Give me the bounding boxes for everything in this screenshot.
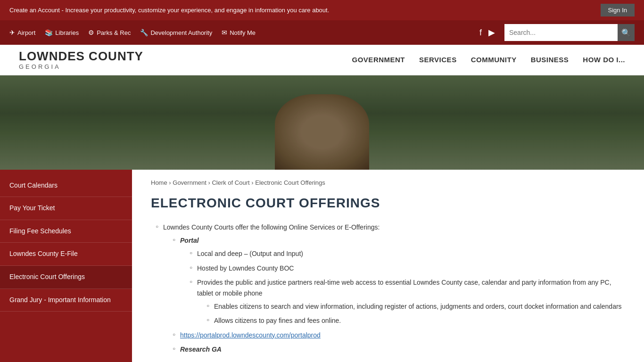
content-wrapper: Court Calendars Pay Your Ticket Filing F… bbox=[0, 170, 644, 362]
intro-text: Lowndes County Courts offer the followin… bbox=[163, 223, 380, 231]
facebook-icon[interactable]: f bbox=[479, 28, 482, 38]
top-bar-message: Create an Account - Increase your produc… bbox=[9, 7, 601, 14]
portal-link-item: https://portalprod.lowndescounty.com/por… bbox=[173, 330, 625, 340]
breadcrumb-clerk[interactable]: Clerk of Court bbox=[212, 179, 249, 186]
portal-item-2: Hosted by Lowndes County BOC bbox=[190, 263, 625, 273]
portal-label: Portal bbox=[180, 237, 199, 244]
top-bar: Create an Account - Increase your produc… bbox=[0, 0, 644, 20]
logo-title: LOWNDES COUNTY bbox=[19, 49, 143, 63]
nav-how-do-i[interactable]: HOW DO I... bbox=[583, 53, 625, 66]
breadcrumb-sep3: › bbox=[251, 179, 253, 186]
parks-link[interactable]: ⚙ Parks & Rec bbox=[88, 29, 131, 36]
notify-me-link[interactable]: ✉ Notify Me bbox=[222, 29, 256, 36]
nav-government[interactable]: GOVERNMENT bbox=[352, 53, 405, 66]
portal-item-3: Provides the public and justice partners… bbox=[190, 277, 625, 326]
dev-authority-link[interactable]: 🔧 Development Authority bbox=[140, 29, 212, 36]
search-input[interactable] bbox=[504, 29, 618, 36]
portal-subitem-1: Enables citizens to search and view info… bbox=[206, 301, 625, 312]
main-header: LOWNDES COUNTY GEORGIA GOVERNMENT SERVIC… bbox=[0, 45, 644, 75]
portal-item-1: Local and deep – (Output and Input) bbox=[190, 248, 625, 259]
portal-link[interactable]: https://portalprod.lowndescounty.com/por… bbox=[180, 331, 321, 339]
breadcrumb: Home › Government › Clerk of Court › Ele… bbox=[151, 179, 625, 186]
breadcrumb-sep1: › bbox=[169, 179, 171, 186]
airport-label: Airport bbox=[17, 29, 35, 36]
sidebar: Court Calendars Pay Your Ticket Filing F… bbox=[0, 170, 132, 362]
nav-services[interactable]: SERVICES bbox=[419, 53, 457, 66]
portal-subitem-2: Allows citizens to pay fines and fees on… bbox=[206, 315, 625, 326]
libraries-icon: 📚 bbox=[45, 29, 53, 36]
notify-me-label: Notify Me bbox=[230, 29, 256, 36]
social-icons: f ▶ bbox=[479, 27, 495, 38]
hero-image bbox=[0, 75, 644, 170]
libraries-link[interactable]: 📚 Libraries bbox=[45, 29, 79, 36]
hero-overlay bbox=[0, 75, 644, 170]
breadcrumb-home[interactable]: Home bbox=[151, 179, 167, 186]
page-title: ELECTRONIC COURT OFFERINGS bbox=[151, 196, 625, 211]
research-label: Research GA bbox=[180, 346, 222, 353]
search-button[interactable]: 🔍 bbox=[618, 24, 635, 41]
parks-label: Parks & Rec bbox=[97, 29, 131, 36]
youtube-icon[interactable]: ▶ bbox=[488, 27, 495, 38]
portal-text-3: Provides the public and justice partners… bbox=[197, 279, 611, 296]
portal-text-2: Hosted by Lowndes County BOC bbox=[197, 264, 294, 272]
sidebar-item-electronic-court[interactable]: Electronic Court Offerings bbox=[0, 266, 132, 289]
parks-icon: ⚙ bbox=[88, 29, 94, 36]
content-body: Lowndes County Courts offer the followin… bbox=[151, 222, 625, 355]
sidebar-item-court-calendars[interactable]: Court Calendars bbox=[0, 174, 132, 197]
dev-authority-label: Development Authority bbox=[150, 29, 212, 36]
logo-subtitle: GEORGIA bbox=[19, 63, 143, 70]
breadcrumb-current: Electronic Court Offerings bbox=[255, 179, 325, 186]
main-nav: GOVERNMENT SERVICES COMMUNITY BUSINESS H… bbox=[352, 53, 625, 66]
nav-community[interactable]: COMMUNITY bbox=[471, 53, 517, 66]
intro-item: Lowndes County Courts offer the followin… bbox=[156, 222, 625, 355]
research-item: Research GA bbox=[173, 344, 625, 354]
libraries-label: Libraries bbox=[55, 29, 79, 36]
utility-nav: ✈ Airport 📚 Libraries ⚙ Parks & Rec 🔧 De… bbox=[0, 20, 644, 45]
sidebar-item-pay-ticket[interactable]: Pay Your Ticket bbox=[0, 197, 132, 220]
main-content: Home › Government › Clerk of Court › Ele… bbox=[132, 170, 644, 362]
airport-icon: ✈ bbox=[9, 29, 15, 36]
portal-item: Portal Local and deep – (Output and Inpu… bbox=[173, 235, 625, 326]
search-bar: 🔍 bbox=[504, 24, 635, 41]
sidebar-item-grand-jury[interactable]: Grand Jury - Important Information bbox=[0, 289, 132, 312]
breadcrumb-sep2: › bbox=[208, 179, 210, 186]
notify-me-icon: ✉ bbox=[222, 29, 227, 36]
logo: LOWNDES COUNTY GEORGIA bbox=[19, 49, 143, 70]
sign-in-button[interactable]: Sign In bbox=[601, 4, 635, 16]
portal-subtext-2: Allows citizens to pay fines and fees on… bbox=[214, 317, 341, 324]
airport-link[interactable]: ✈ Airport bbox=[9, 29, 35, 36]
sidebar-item-efile[interactable]: Lowndes County E-File bbox=[0, 243, 132, 266]
portal-subtext-1: Enables citizens to search and view info… bbox=[214, 303, 622, 310]
utility-nav-links: ✈ Airport 📚 Libraries ⚙ Parks & Rec 🔧 De… bbox=[9, 29, 479, 36]
sidebar-item-filing-fee[interactable]: Filing Fee Schedules bbox=[0, 220, 132, 243]
dev-authority-icon: 🔧 bbox=[140, 29, 148, 36]
nav-business[interactable]: BUSINESS bbox=[531, 53, 569, 66]
breadcrumb-government[interactable]: Government bbox=[173, 179, 206, 186]
portal-text-1: Local and deep – (Output and Input) bbox=[197, 250, 303, 257]
